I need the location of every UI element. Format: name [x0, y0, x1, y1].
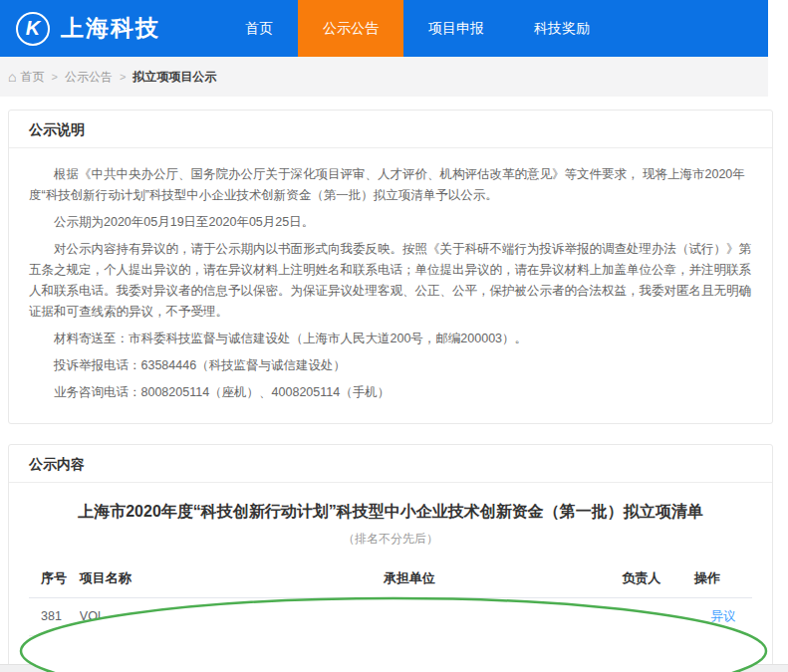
breadcrumb-separator: >: [120, 71, 126, 83]
notice-card-title: 公示说明: [9, 111, 772, 148]
breadcrumb-current: 拟立项项目公示: [132, 69, 216, 86]
project-table: 序号 项目名称 承担单位 负责人 操作 381 VOI: [29, 560, 752, 672]
nav-item-sci-tech-awards[interactable]: 科技奖励: [509, 0, 615, 57]
cell-no: 381: [29, 597, 80, 635]
nav-item-announcements[interactable]: 公示公告: [298, 0, 403, 57]
nav-item-project-application[interactable]: 项目申报: [403, 0, 509, 57]
page: K 上海科技 首页 公示公告 项目申报 科技奖励 ⌂ 首页 > 公示公告 > 拟…: [0, 0, 768, 672]
navbar: K 上海科技 首页 公示公告 项目申报 科技奖励: [0, 0, 768, 57]
content-card-body: 上海市2020年度“科技创新行动计划”科技型中小企业技术创新资金（第一批）拟立项…: [9, 483, 772, 672]
notice-paragraph: 根据《中共中央办公厅、国务院办公厅关于深化项目评审、人才评价、机构评估改革的意见…: [29, 164, 752, 206]
brand-logo[interactable]: K 上海科技: [16, 12, 160, 46]
col-header-person: 负责人: [622, 560, 694, 597]
cell-person: [622, 597, 694, 635]
k-logo-icon: K: [16, 12, 50, 46]
list-title: 上海市2020年度“科技创新行动计划”科技型中小企业技术创新资金（第一批）拟立项…: [29, 501, 752, 523]
table-row-381: 381 VOI 异议: [29, 597, 752, 635]
objection-link[interactable]: 异议: [710, 647, 735, 661]
notice-text: 根据《中共中央办公厅、国务院办公厅关于深化项目评审、人才评价、机构评估改革的意见…: [9, 148, 772, 423]
complaint-phone: 投诉举报电话：63584446（科技监督与诚信建设处）: [29, 355, 752, 376]
col-header-no: 序号: [29, 560, 80, 597]
col-header-org: 承担单位: [384, 560, 623, 597]
content-card: 公示内容 上海市2020年度“科技创新行动计划”科技型中小企业技术创新资金（第一…: [8, 444, 773, 672]
notice-period: 公示期为2020年05月19日至2020年05月25日。: [29, 212, 752, 233]
breadcrumb: ⌂ 首页 > 公示公告 > 拟立项项目公示: [0, 57, 768, 97]
list-subtitle: （排名不分先后）: [29, 531, 752, 548]
table-header-row: 序号 项目名称 承担单位 负责人 操作: [29, 560, 752, 597]
breadcrumb-separator: >: [51, 71, 57, 83]
nav-menu: 首页 公示公告 项目申报 科技奖励: [220, 0, 615, 57]
breadcrumb-announcements[interactable]: 公示公告: [65, 69, 113, 86]
notice-paragraph: 对公示内容持有异议的，请于公示期内以书面形式向我委反映。按照《关于科研不端行为投…: [29, 239, 752, 323]
objection-link[interactable]: 异议: [710, 609, 735, 623]
cell-org: [384, 597, 623, 635]
main-content: 公示说明 根据《中共中央办公厅、国务院办公厅关于深化项目评审、人才评价、机构评估…: [0, 97, 768, 672]
nav-item-home[interactable]: 首页: [220, 0, 298, 57]
notice-card: 公示说明 根据《中共中央办公厅、国务院办公厅关于深化项目评审、人才评价、机构评估…: [8, 110, 773, 424]
logo-letter: K: [26, 17, 40, 40]
mailing-address: 材料寄送至：市科委科技监督与诚信建设处（上海市人民大道200号，邮编200003…: [29, 329, 752, 349]
col-header-name: 项目名称: [80, 560, 384, 597]
home-icon: ⌂: [8, 69, 16, 85]
breadcrumb-home[interactable]: 首页: [20, 69, 44, 86]
business-phone: 业务咨询电话：8008205114（座机）、4008205114（手机）: [29, 382, 752, 403]
content-card-title: 公示内容: [9, 445, 772, 483]
cell-project-name: VOI: [80, 597, 384, 635]
brand-name: 上海科技: [61, 13, 160, 44]
footer-strip: [0, 664, 788, 672]
col-header-action: 操作: [694, 560, 752, 597]
